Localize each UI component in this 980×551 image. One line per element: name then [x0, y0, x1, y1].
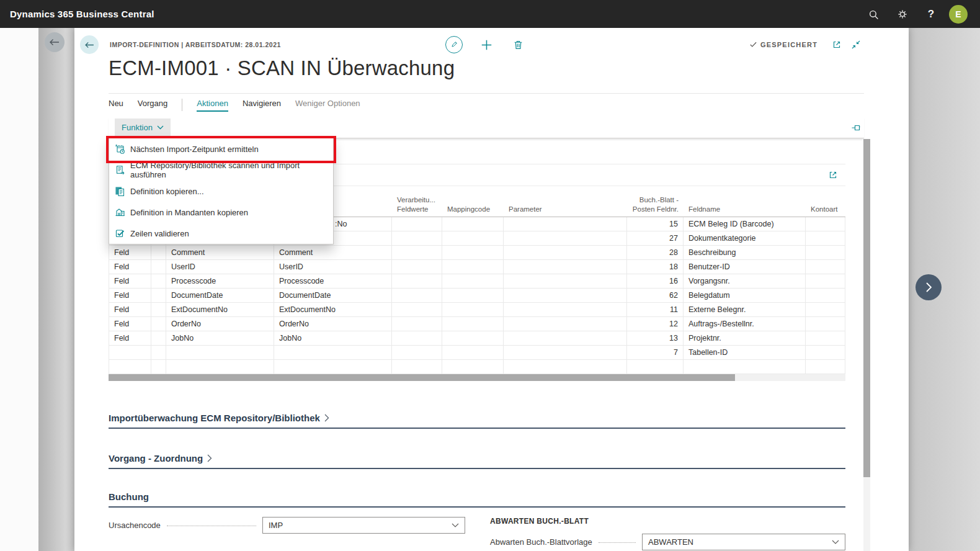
- section-header[interactable]: Importüberwachung ECM Repository/Bibliot…: [109, 413, 845, 423]
- avatar[interactable]: E: [949, 5, 968, 24]
- breadcrumb: IMPORT-DEFINITION | ARBEITSDATUM: 28.01.…: [110, 41, 281, 48]
- page-menu: Neu Vorgang Aktionen Navigieren Weniger …: [109, 97, 360, 113]
- chevron-right-icon: [324, 414, 329, 422]
- dropdown-menu-item[interactable]: Definition in Mandanten kopieren: [109, 202, 333, 223]
- section-underline: [109, 506, 845, 508]
- dotted-leader: [599, 542, 636, 543]
- menu-item-weniger-optionen[interactable]: Weniger Optionen: [295, 97, 360, 112]
- save-status: GESPEICHERT: [749, 40, 817, 48]
- col-header-feldname[interactable]: Feldname: [684, 205, 806, 217]
- section-buchung: Buchung: [109, 491, 845, 508]
- table-row[interactable]: Feld ExtDocumentNo ExtDocumentNo 11 Exte…: [109, 303, 845, 317]
- table-row[interactable]: Feld Comment Comment 28 Beschreibung: [109, 246, 845, 260]
- ursachencode-value: IMP: [269, 521, 283, 530]
- menu-item-navigieren[interactable]: Navigieren: [243, 97, 281, 112]
- page-title: ECM-IM001 · SCAN IN Überwachung: [109, 56, 455, 80]
- abwarten-form-right: ABWARTEN BUCH.-BLATT Abwarten Buch.-Blat…: [490, 517, 845, 550]
- buchung-form-left: Ursachencode IMP: [109, 517, 465, 534]
- app-topbar: Dynamics 365 Business Central ? E: [0, 0, 980, 28]
- pin-icon[interactable]: [850, 122, 861, 133]
- abwarten-select[interactable]: ABWARTEN: [642, 534, 845, 550]
- page-card: IMPORT-DEFINITION | ARBEITSDATUM: 28.01.…: [74, 28, 909, 551]
- col-header-kontoart[interactable]: Kontoart: [806, 205, 845, 217]
- table-row[interactable]: Feld DocumentDate DocumentDate 62 Belegd…: [109, 289, 845, 303]
- section-importueberwachung: Importüberwachung ECM Repository/Bibliot…: [109, 413, 845, 429]
- dropdown-menu-item[interactable]: Definition kopieren...: [109, 181, 333, 202]
- table-row[interactable]: Feld Processcode Processcode 16 Vorgangs…: [109, 274, 845, 289]
- chevron-down-icon: [452, 523, 459, 528]
- save-status-label: GESPEICHERT: [760, 41, 817, 48]
- part-popout-icon[interactable]: [827, 169, 838, 180]
- dropdown-menu-item[interactable]: ECM Repository/Bibliothek scannen und Im…: [109, 159, 333, 181]
- section-label: Importüberwachung ECM Repository/Bibliot…: [109, 413, 320, 423]
- background-left-gutter: [38, 28, 74, 551]
- col-header-parameter[interactable]: Parameter: [504, 205, 627, 217]
- ursachencode-select[interactable]: IMP: [262, 517, 465, 534]
- funktion-label: Funktion: [122, 123, 153, 132]
- abwarten-field-row: Abwarten Buch.-Blattvorlage ABWARTEN: [490, 534, 845, 550]
- table-row[interactable]: 7 Tabellen-ID: [109, 346, 845, 360]
- chevron-down-icon: [157, 125, 164, 130]
- vertical-scrollbar-thumb[interactable]: [863, 139, 870, 477]
- document-import-icon: [115, 165, 125, 176]
- company-copy-icon: [115, 207, 125, 218]
- delete-icon[interactable]: [511, 38, 525, 52]
- abwarten-group-label: ABWARTEN BUCH.-BLATT: [490, 517, 845, 526]
- section-header[interactable]: Buchung: [109, 491, 845, 502]
- menu-item-neu[interactable]: Neu: [109, 97, 123, 112]
- col-header-mappingcode[interactable]: Mappingcode: [442, 205, 504, 217]
- funktion-button[interactable]: Funktion: [115, 119, 171, 136]
- table-row[interactable]: [109, 360, 845, 374]
- next-record-button[interactable]: [915, 274, 942, 300]
- dropdown-menu-item[interactable]: Nächsten Import-Zeitpunkt ermitteln: [109, 138, 333, 159]
- background-back-button[interactable]: [45, 32, 65, 52]
- validate-icon: [115, 228, 125, 239]
- ursachencode-label: Ursachencode: [109, 521, 161, 530]
- table-row[interactable]: Feld OrderNo OrderNo 12 Auftrags-/Bestel…: [109, 317, 845, 331]
- chevron-down-icon: [832, 540, 839, 545]
- col-header-feldnr[interactable]: Buch.-Blatt - Posten Feldnr.: [627, 195, 684, 217]
- screen: Dynamics 365 Business Central ? E IMPORT…: [0, 0, 980, 551]
- background-left-edge: [0, 28, 38, 551]
- help-icon[interactable]: ?: [920, 3, 942, 25]
- edit-pencil-icon[interactable]: [445, 36, 463, 53]
- check-icon: [749, 40, 757, 48]
- chevron-right-icon: [207, 454, 212, 462]
- section-label: Vorgang - Zuordnung: [109, 453, 203, 464]
- ursachencode-field-row: Ursachencode IMP: [109, 517, 465, 534]
- calendar-clock-icon: [115, 144, 125, 155]
- section-underline: [109, 468, 845, 469]
- section-label: Buchung: [109, 491, 149, 502]
- gear-icon[interactable]: [891, 3, 914, 25]
- table-row[interactable]: Feld JobNo JobNo 13 Projektnr.: [109, 331, 845, 346]
- dotted-leader: [167, 526, 256, 526]
- vertical-scrollbar[interactable]: [863, 139, 870, 551]
- app-title: Dynamics 365 Business Central: [10, 9, 154, 19]
- search-icon[interactable]: [862, 3, 884, 25]
- section-header[interactable]: Vorgang - Zuordnung: [109, 453, 845, 464]
- abwarten-label: Abwarten Buch.-Blattvorlage: [490, 537, 592, 547]
- table-row[interactable]: Feld UserID UserID 18 Benutzer-ID: [109, 260, 845, 274]
- abwarten-value: ABWARTEN: [648, 537, 693, 547]
- section-underline: [109, 428, 845, 429]
- divider: [109, 93, 864, 94]
- back-button[interactable]: [80, 35, 99, 54]
- collapse-icon[interactable]: [850, 39, 862, 50]
- section-vorgang-zuordnung: Vorgang - Zuordnung: [109, 453, 845, 469]
- action-bar: Funktion: [109, 116, 864, 138]
- background-right-gutter: [909, 28, 980, 551]
- menu-item-vorgang[interactable]: Vorgang: [138, 97, 167, 112]
- funktion-dropdown-menu: Nächsten Import-Zeitpunkt ermitteln ECM …: [109, 138, 334, 244]
- dropdown-menu-item[interactable]: Zeilen validieren: [109, 223, 333, 244]
- horizontal-scrollbar[interactable]: [109, 374, 845, 381]
- menu-divider: [182, 99, 182, 111]
- copy-icon: [115, 186, 125, 197]
- col-header-verarbeitung[interactable]: Verarbeitu... Feldwerte: [392, 195, 442, 217]
- horizontal-scrollbar-thumb[interactable]: [109, 374, 735, 381]
- menu-item-aktionen[interactable]: Aktionen: [197, 97, 228, 112]
- open-in-new-window-icon[interactable]: [831, 39, 842, 50]
- add-icon[interactable]: [479, 37, 494, 52]
